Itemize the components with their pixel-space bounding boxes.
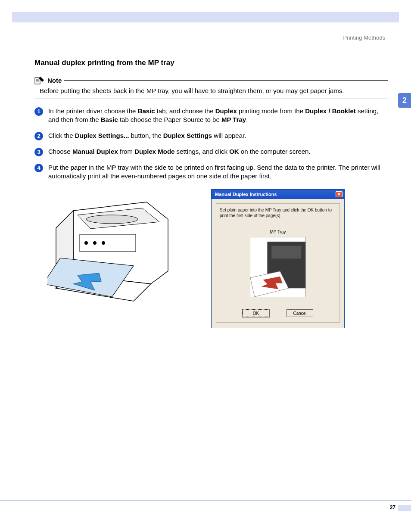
section-title: Manual duplex printing from the MP tray [34,59,388,67]
dialog-inner: Set plain paper into the MP Tray and cli… [216,203,340,323]
dialog-button-row: OK Cancel [220,309,336,317]
note-rule [64,80,388,81]
footer-rule [0,501,411,501]
dialog-tray-label: MP Tray [220,230,336,234]
note-header: Note [34,76,388,84]
step-text: Click the Duplex Settings... button, the… [48,131,388,140]
dialog-message: Set plain paper into the MP Tray and cli… [220,207,336,218]
step-item: 4Put the paper in the MP tray with the s… [34,163,388,181]
chapter-tab: 2 [398,93,411,108]
note-icon [34,76,45,84]
dialog-printer-image [250,237,306,297]
step-number-badge: 2 [34,132,43,140]
step-number-badge: 3 [34,148,43,156]
svg-point-8 [102,241,105,245]
dialog-title-text: Manual Duplex Instructions [215,192,277,197]
printer-illustration [47,189,185,314]
step-text: Choose Manual Duplex from Duplex Mode se… [48,147,388,156]
note-close-rule [34,99,388,99]
svg-point-7 [93,241,97,245]
page-number-accent [398,505,411,511]
header-section-name: Printing Methods [343,34,385,41]
close-icon[interactable]: ✕ [336,191,342,197]
cancel-button[interactable]: Cancel [286,309,313,317]
top-accent-band [12,12,399,22]
step-text: In the printer driver choose the Basic t… [48,107,388,124]
steps-list: 1In the printer driver choose the Basic … [34,107,388,180]
dialog-titlebar: Manual Duplex Instructions ✕ [212,190,344,199]
step-item: 2Click the Duplex Settings... button, th… [34,131,388,140]
step-text: Put the paper in the MP tray with the si… [48,163,388,181]
step-number-badge: 1 [34,107,43,116]
dialog-body: Set plain paper into the MP Tray and cli… [212,199,344,328]
header-rule [0,26,411,26]
svg-point-6 [84,241,88,245]
page-content: Manual duplex printing from the MP tray … [34,59,388,328]
step-item: 1In the printer driver choose the Basic … [34,107,388,124]
svg-point-4 [86,215,138,224]
step-number-badge: 4 [34,164,43,172]
page-number: 27 [390,504,395,510]
dialog-window: Manual Duplex Instructions ✕ Set plain p… [211,189,345,328]
svg-rect-10 [271,246,301,259]
note-body: Before putting the sheets back in the MP… [40,87,388,94]
note-label: Note [47,77,62,84]
ok-button[interactable]: OK [243,309,269,317]
step-item: 3Choose Manual Duplex from Duplex Mode s… [34,147,388,156]
figures-row: Manual Duplex Instructions ✕ Set plain p… [47,189,388,328]
